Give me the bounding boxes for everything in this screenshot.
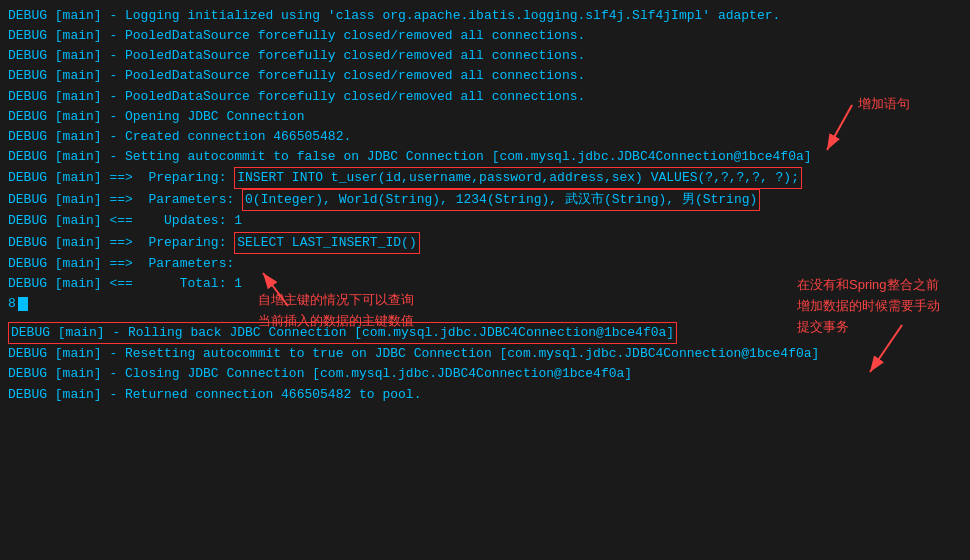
cursor	[18, 297, 28, 311]
log-line-10: DEBUG [main] ==> Parameters: 0(Integer),…	[8, 189, 962, 211]
log-line-9: DEBUG [main] ==> Preparing: INSERT INTO …	[8, 167, 962, 189]
log-text: DEBUG [main] - Logging initialized using…	[8, 6, 780, 26]
log-line-1: DEBUG [main] - Logging initialized using…	[8, 6, 962, 26]
log-line-2: DEBUG [main] - PooledDataSource forceful…	[8, 26, 962, 46]
log-line-3: DEBUG [main] - PooledDataSource forceful…	[8, 46, 962, 66]
log-line-4: DEBUG [main] - PooledDataSource forceful…	[8, 66, 962, 86]
log-line-18: DEBUG [main] - Resetting autocommit to t…	[8, 344, 962, 364]
svg-line-3	[263, 273, 288, 306]
log-line-13: DEBUG [main] ==> Parameters:	[8, 254, 962, 274]
log-line-7: DEBUG [main] - Created connection 466505…	[8, 127, 962, 147]
arrow-auto-increment	[258, 268, 298, 308]
console-output: DEBUG [main] - Logging initialized using…	[0, 0, 970, 560]
log-line-5: DEBUG [main] - PooledDataSource forceful…	[8, 87, 962, 107]
svg-line-5	[870, 325, 902, 372]
arrow-spring-note	[862, 320, 942, 380]
arrow-add-statement	[822, 100, 912, 160]
log-line-11: DEBUG [main] <== Updates: 1	[8, 211, 962, 231]
log-line-6: DEBUG [main] - Opening JDBC Connection	[8, 107, 962, 127]
log-line-20: DEBUG [main] - Returned connection 46650…	[8, 385, 962, 405]
log-line-19: DEBUG [main] - Closing JDBC Connection […	[8, 364, 962, 384]
log-line-12: DEBUG [main] ==> Preparing: SELECT LAST_…	[8, 232, 962, 254]
svg-line-1	[827, 105, 852, 150]
log-line-8: DEBUG [main] - Setting autocommit to fal…	[8, 147, 962, 167]
